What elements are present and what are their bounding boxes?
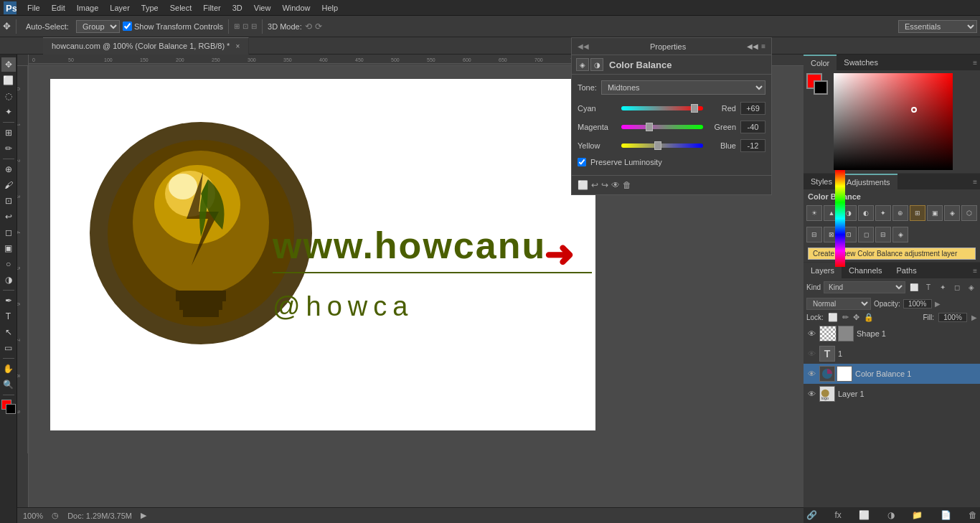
document-tab[interactable]: howcanu.com @ 100% (Color Balance 1, RGB… bbox=[43, 37, 249, 55]
tool-eraser[interactable]: ◻ bbox=[1, 225, 16, 240]
layer-eye-shape1[interactable]: 👁 bbox=[806, 329, 816, 339]
background-color[interactable] bbox=[6, 404, 16, 414]
panel-icon-redo[interactable]: ↪ bbox=[601, 180, 608, 190]
adj-brightness[interactable]: ☀ bbox=[806, 205, 822, 221]
tool-stamp[interactable]: ⊡ bbox=[1, 194, 16, 208]
properties-mask-icon[interactable]: ◈ bbox=[576, 58, 589, 71]
adjustments-panel-menu[interactable]: ≡ bbox=[970, 178, 980, 186]
fg-bg-color-swatch[interactable] bbox=[806, 73, 828, 95]
menu-3d[interactable]: 3D bbox=[227, 2, 248, 14]
tool-wand[interactable]: ✦ bbox=[1, 105, 16, 119]
adj-color-balance[interactable]: ⊞ bbox=[910, 205, 925, 221]
magenta-green-slider[interactable] bbox=[621, 123, 703, 131]
tool-crop[interactable]: ⊞ bbox=[1, 126, 16, 140]
menu-edit[interactable]: Edit bbox=[46, 2, 71, 14]
menu-select[interactable]: Select bbox=[164, 2, 198, 14]
tool-zoom[interactable]: 🔍 bbox=[1, 377, 16, 392]
adj-threshold[interactable]: ◻ bbox=[858, 227, 874, 242]
properties-expand-btn[interactable]: ◀◀ bbox=[747, 42, 758, 50]
properties-expand-left[interactable]: ◀◀ bbox=[578, 42, 589, 50]
cyan-red-slider[interactable] bbox=[621, 104, 703, 113]
show-transform-checkbox-row[interactable]: Show Transform Controls bbox=[123, 22, 223, 31]
workspace-select[interactable]: Essentials bbox=[898, 20, 977, 33]
panel-icon-undo[interactable]: ↩ bbox=[591, 180, 598, 190]
tool-blur[interactable]: ○ bbox=[1, 257, 16, 271]
adj-channel-mixer[interactable]: ⬡ bbox=[961, 205, 977, 221]
menu-window[interactable]: Window bbox=[276, 2, 316, 14]
adj-vibrance[interactable]: ✦ bbox=[875, 205, 891, 221]
tool-eyedropper[interactable]: ✏ bbox=[1, 141, 16, 156]
channels-tab[interactable]: Channels bbox=[842, 263, 889, 278]
filter-shape-icon[interactable]: ◻ bbox=[951, 282, 963, 293]
menu-image[interactable]: Image bbox=[71, 2, 105, 14]
yellow-blue-thumb[interactable] bbox=[654, 141, 661, 150]
panel-icon-clip[interactable]: ⬜ bbox=[578, 180, 588, 190]
adj-bw[interactable]: ▣ bbox=[927, 205, 943, 221]
adj-photo-filter[interactable]: ◈ bbox=[944, 205, 960, 221]
tone-select[interactable]: Midtones Shadows Highlights bbox=[601, 80, 765, 95]
new-fill-adj-btn[interactable]: ◑ bbox=[887, 510, 895, 520]
magenta-green-thumb[interactable] bbox=[646, 123, 653, 131]
yellow-blue-slider[interactable] bbox=[621, 141, 703, 150]
menu-help[interactable]: Help bbox=[316, 2, 344, 14]
filter-smart-icon[interactable]: ◈ bbox=[966, 282, 977, 293]
lock-paint-icon[interactable]: ✏ bbox=[842, 313, 849, 322]
add-style-btn[interactable]: fx bbox=[834, 510, 841, 520]
layer-eye-layer1[interactable]: 👁 bbox=[806, 389, 816, 399]
layer-eye-colorbal[interactable]: 👁 bbox=[806, 369, 816, 379]
tool-dodge[interactable]: ◑ bbox=[1, 273, 16, 287]
foreground-background-swatches[interactable] bbox=[1, 400, 16, 414]
hue-strip[interactable] bbox=[835, 170, 845, 267]
adj-selective-color[interactable]: ◈ bbox=[892, 227, 908, 242]
show-transform-checkbox[interactable] bbox=[123, 22, 132, 31]
tab-close-button[interactable]: × bbox=[235, 42, 240, 50]
tool-marquee[interactable]: ⬜ bbox=[1, 73, 16, 88]
cyan-red-thumb[interactable] bbox=[691, 104, 698, 113]
tool-history[interactable]: ↩ bbox=[1, 209, 16, 224]
filter-type-icon[interactable]: ✦ bbox=[937, 282, 948, 293]
fill-input[interactable]: 100% bbox=[938, 313, 967, 322]
filter-kind-select[interactable]: Kind bbox=[824, 281, 905, 293]
filter-adjustment-icon[interactable]: T bbox=[923, 282, 934, 293]
link-layers-btn[interactable]: 🔗 bbox=[806, 510, 817, 520]
tool-gradient[interactable]: ▣ bbox=[1, 241, 16, 255]
adj-exposure[interactable]: ◐ bbox=[858, 205, 874, 221]
layers-panel-menu[interactable]: ≡ bbox=[970, 267, 980, 275]
adjustments-tab[interactable]: Adjustments bbox=[839, 174, 897, 189]
menu-layer[interactable]: Layer bbox=[104, 2, 136, 14]
panel-icon-visibility[interactable]: 👁 bbox=[611, 180, 620, 190]
layer-item-shape1[interactable]: 👁 Shape 1 bbox=[804, 324, 980, 344]
paths-tab[interactable]: Paths bbox=[890, 263, 924, 278]
tool-shape[interactable]: ▭ bbox=[1, 341, 16, 355]
tool-pen[interactable]: ✒ bbox=[1, 293, 16, 308]
adj-gradient-map[interactable]: ⊟ bbox=[875, 227, 891, 242]
color-spectrum[interactable] bbox=[834, 73, 953, 170]
lock-all-icon[interactable]: 🔒 bbox=[864, 313, 874, 322]
menu-filter[interactable]: Filter bbox=[197, 2, 226, 14]
adj-hue-sat[interactable]: ⊕ bbox=[892, 205, 908, 221]
adj-color-lookup[interactable]: ⊟ bbox=[806, 227, 822, 242]
background-swatch[interactable] bbox=[814, 80, 828, 95]
layer-item-text1[interactable]: 👁 T 1 bbox=[804, 344, 980, 364]
tool-path-select[interactable]: ↖ bbox=[1, 325, 16, 339]
color-panel-menu[interactable]: ≡ bbox=[970, 59, 980, 67]
preserve-checkbox[interactable] bbox=[578, 158, 586, 166]
lock-move-icon[interactable]: ✥ bbox=[853, 313, 859, 322]
tool-move[interactable]: ✥ bbox=[1, 57, 16, 72]
tool-brush[interactable]: 🖌 bbox=[1, 178, 16, 192]
delete-layer-btn[interactable]: 🗑 bbox=[969, 510, 977, 520]
menu-view[interactable]: View bbox=[248, 2, 277, 14]
filter-pixel-icon[interactable]: ⬜ bbox=[908, 282, 920, 293]
layer-item-layer1[interactable]: 👁 logo Layer 1 bbox=[804, 384, 980, 404]
color-picker-handle[interactable] bbox=[911, 107, 917, 113]
opacity-expand-icon[interactable]: ▶ bbox=[935, 300, 941, 308]
swatches-tab[interactable]: Swatches bbox=[837, 55, 885, 70]
tool-text[interactable]: T bbox=[1, 309, 16, 324]
menu-file[interactable]: File bbox=[22, 2, 46, 14]
add-mask-btn[interactable]: ⬜ bbox=[859, 510, 870, 520]
cyan-red-value[interactable]: +69 bbox=[740, 102, 765, 115]
magenta-green-value[interactable]: -40 bbox=[740, 121, 765, 133]
properties-menu-btn[interactable]: ≡ bbox=[761, 42, 765, 50]
opacity-input[interactable]: 100% bbox=[903, 299, 932, 308]
color-tab[interactable]: Color bbox=[804, 55, 837, 70]
